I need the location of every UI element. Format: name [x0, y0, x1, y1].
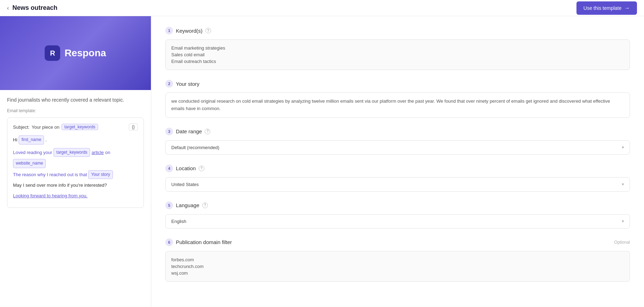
section-header-keywords: 1 Keyword(s) ?: [165, 27, 630, 34]
section-title-domain: Publication domain filter: [176, 239, 232, 245]
language-arrow-icon: ▾: [622, 219, 624, 224]
keywords-input-box: Email marketing strategies Sales cold em…: [165, 39, 630, 70]
domain-item-2: techcrunch.com: [171, 263, 624, 270]
section-num-5: 5: [165, 202, 173, 209]
section-num-3: 3: [165, 128, 173, 135]
section-header-location: 4 Location ?: [165, 165, 630, 172]
help-icon-language[interactable]: ?: [202, 203, 208, 208]
email-body: Hi first_name . Loved reading your targe…: [13, 135, 138, 200]
section-header-date: 3 Date range ?: [165, 128, 630, 135]
language-dropdown[interactable]: English ▾: [165, 214, 630, 229]
location-value: United States: [171, 182, 199, 187]
keyword-item-2: Sales cold email: [171, 51, 624, 58]
use-template-label: Use this template: [584, 5, 621, 11]
date-range-arrow-icon: ▾: [622, 145, 624, 150]
logo-container: R Respona: [45, 45, 106, 61]
main-layout: R Respona Find journalists who recently …: [0, 16, 644, 307]
looking-forward-line: Looking forward to hearing from you.: [13, 192, 138, 200]
reason-line: The reason why I reached out is that You…: [13, 170, 138, 179]
target-keywords-tag-subject: target_keywords: [62, 124, 98, 130]
logo-icon: R: [45, 45, 60, 61]
story-text: we conducted original research on cold e…: [171, 98, 610, 111]
section-num-2: 2: [165, 80, 173, 88]
page-title: News outreach: [12, 4, 57, 12]
help-icon-location[interactable]: ?: [199, 166, 204, 171]
section-title-language: Language: [176, 202, 199, 208]
section-date-range: 3 Date range ? Default (recommended) ▾: [165, 128, 630, 155]
reason-prefix: The reason why I reached out is that: [13, 171, 87, 179]
section-title-date: Date range: [176, 128, 202, 134]
section-title-story: Your story: [176, 81, 199, 87]
section-title-location: Location: [176, 165, 196, 171]
location-dropdown[interactable]: United States ▾: [165, 177, 630, 192]
right-panel: 1 Keyword(s) ? Email marketing strategie…: [151, 16, 644, 307]
description: Find journalists who recently covered a …: [7, 97, 144, 103]
curly-braces-button[interactable]: {}: [129, 123, 138, 130]
email-box: Subject: Your piece on target_keywords {…: [7, 117, 144, 208]
domain-filter-box: forbes.com techcrunch.com wsj.com: [165, 251, 630, 282]
top-bar: ‹ News outreach Use this template →: [0, 0, 644, 16]
date-range-dropdown[interactable]: Default (recommended) ▾: [165, 140, 630, 155]
domain-item-1: forbes.com: [171, 256, 624, 263]
help-icon-date[interactable]: ?: [205, 129, 210, 134]
section-num-4: 4: [165, 165, 173, 172]
domain-item-3: wsj.com: [171, 270, 624, 276]
section-location: 4 Location ? United States ▾: [165, 165, 630, 192]
optional-label: Optional: [614, 240, 630, 245]
section-keywords: 1 Keyword(s) ? Email marketing strategie…: [165, 27, 630, 70]
section-header-domain: 6 Publication domain filter Optional: [165, 238, 630, 246]
left-content: Find journalists who recently covered a …: [0, 90, 151, 215]
article-tag[interactable]: article: [91, 148, 104, 156]
section-header-language: 5 Language ?: [165, 202, 630, 209]
target-keywords-tag-body: target_keywords: [53, 148, 90, 157]
subject-prefix: Your piece on: [32, 124, 59, 130]
use-template-button[interactable]: Use this template →: [576, 1, 637, 15]
subject-label: Subject:: [13, 124, 30, 130]
language-value: English: [171, 219, 186, 224]
section-title-keywords: Keyword(s): [176, 28, 203, 34]
greeting-prefix: Hi: [13, 136, 17, 144]
greeting-line: Hi first_name .: [13, 135, 138, 145]
loved-reading-text: Loved reading your: [13, 148, 52, 156]
left-panel: R Respona Find journalists who recently …: [0, 16, 151, 307]
keyword-list: Email marketing strategies Sales cold em…: [171, 45, 624, 65]
domain-list: forbes.com techcrunch.com wsj.com: [171, 256, 624, 276]
help-icon-keywords[interactable]: ?: [205, 28, 211, 33]
email-template-label: Email template:: [7, 108, 144, 113]
top-bar-left: ‹ News outreach: [7, 4, 57, 12]
looking-forward-text: Looking forward to hearing from you.: [13, 192, 88, 200]
website-line: website_name: [13, 159, 138, 168]
website-name-tag: website_name: [13, 159, 46, 168]
preview-image: R Respona: [0, 16, 151, 90]
section-header-story: 2 Your story: [165, 80, 630, 88]
subject-line: Subject: Your piece on target_keywords {…: [13, 123, 138, 130]
keyword-item-3: Email outreach tactics: [171, 58, 624, 65]
section-language: 5 Language ? English ▾: [165, 202, 630, 229]
date-range-value: Default (recommended): [171, 145, 219, 150]
logo-text: Respona: [64, 47, 106, 59]
send-more-line: May I send over more info if you're inte…: [13, 181, 138, 189]
first-name-tag: first_name: [19, 135, 44, 145]
section-num-1: 1: [165, 27, 173, 34]
story-text-box: we conducted original research on cold e…: [165, 92, 630, 118]
location-arrow-icon: ▾: [622, 182, 624, 187]
section-domain-filter: 6 Publication domain filter Optional for…: [165, 238, 630, 282]
section-num-6: 6: [165, 238, 173, 246]
your-story-tag: Your story: [88, 170, 113, 179]
loved-reading-line: Loved reading your target_keywords artic…: [13, 148, 138, 157]
section-your-story: 2 Your story we conducted original resea…: [165, 80, 630, 118]
arrow-icon: →: [624, 5, 630, 11]
keyword-item-1: Email marketing strategies: [171, 45, 624, 51]
back-icon[interactable]: ‹: [7, 5, 9, 11]
send-more-text: May I send over more info if you're inte…: [13, 181, 107, 189]
